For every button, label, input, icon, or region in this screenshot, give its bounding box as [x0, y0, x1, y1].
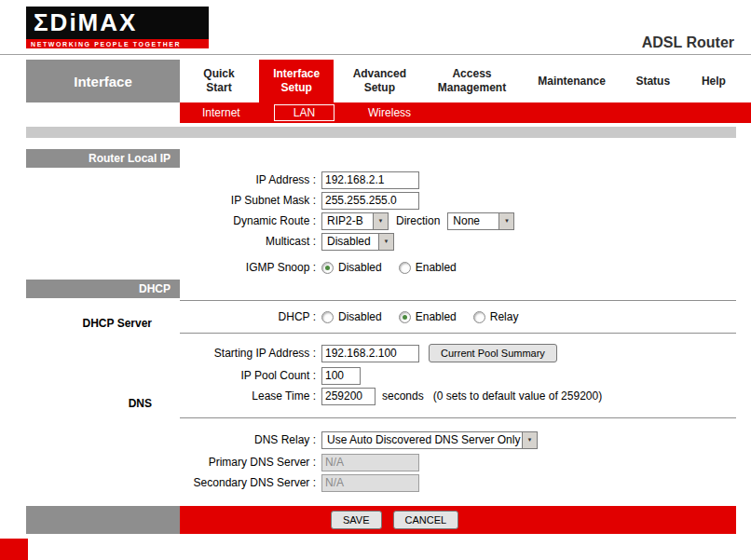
- subtab-wireless[interactable]: Wireless: [368, 106, 411, 119]
- ip-address-label: IP Address :: [180, 173, 321, 186]
- starting-ip-input[interactable]: [321, 345, 419, 362]
- router-local-ip-form: IP Address : IP Subnet Mask : Dynamic Ro…: [180, 138, 736, 280]
- edimax-logo-tagline: NETWORKING PEOPLE TOGETHER: [26, 39, 209, 48]
- dhcp-server-group-label: DHCP Server: [26, 317, 180, 330]
- secondary-dns-input: [321, 474, 419, 492]
- radio-unselected-icon: [473, 311, 485, 323]
- dhcp-form: DHCP : Disabled Enabled Relay Starting I…: [180, 280, 736, 493]
- starting-ip-label: Starting IP Address :: [180, 347, 321, 360]
- separator: [180, 333, 736, 334]
- dns-relay-selected-value: Use Auto Discovered DNS Server Only: [322, 433, 522, 446]
- ip-address-input[interactable]: [321, 171, 419, 189]
- dns-relay-select[interactable]: Use Auto Discovered DNS Server Only ▼: [321, 431, 538, 449]
- dhcp-left-column: DHCP DHCP Server DNS: [26, 280, 180, 493]
- edimax-logo: ΣDiMAX NETWORKING PEOPLE TOGETHER: [26, 7, 209, 48]
- dhcp-enabled-option-label: Enabled: [416, 310, 457, 323]
- chevron-down-icon: ▼: [373, 213, 388, 229]
- dhcp-disabled-radio[interactable]: Disabled: [321, 310, 382, 323]
- ip-subnet-mask-row: IP Subnet Mask :: [180, 190, 736, 211]
- ip-pool-count-input[interactable]: [321, 367, 361, 385]
- edimax-logo-text: ΣDiMAX: [26, 7, 209, 39]
- dhcp-mode-label: DHCP :: [180, 310, 321, 323]
- ip-subnet-mask-input[interactable]: [321, 192, 419, 210]
- router-admin-page: ΣDiMAX NETWORKING PEOPLE TOGETHER ADSL R…: [0, 0, 751, 560]
- radio-selected-icon: [321, 262, 334, 274]
- separator: [180, 417, 736, 418]
- tab-status[interactable]: Status: [625, 60, 681, 102]
- lease-time-row: Lease Time : seconds (0 sets to default …: [180, 386, 736, 406]
- bottom-accent-bar: [0, 539, 28, 560]
- tab-access-management[interactable]: Access Management: [425, 60, 518, 102]
- direction-selected-value: None: [448, 214, 498, 227]
- footer-bar: SAVE CANCEL: [26, 506, 736, 534]
- dhcp-disabled-option-label: Disabled: [338, 310, 382, 323]
- multicast-select[interactable]: Disabled ▼: [321, 233, 394, 251]
- tab-quick-start[interactable]: Quick Start: [189, 60, 249, 102]
- dhcp-relay-radio[interactable]: Relay: [473, 310, 519, 323]
- dns-group-label: DNS: [26, 397, 180, 410]
- dynamic-route-label: Dynamic Route :: [180, 214, 321, 227]
- igmp-snoop-label: IGMP Snoop :: [180, 261, 321, 274]
- ip-address-row: IP Address :: [180, 170, 736, 190]
- ip-pool-count-row: IP Pool Count :: [180, 365, 736, 386]
- ip-pool-count-label: IP Pool Count :: [180, 369, 321, 382]
- cancel-button[interactable]: CANCEL: [393, 511, 459, 529]
- dhcp-section: DHCP DHCP Server DNS DHCP : Disabled Ena…: [26, 280, 736, 493]
- tab-help[interactable]: Help: [691, 60, 736, 102]
- primary-dns-label: Primary DNS Server :: [180, 456, 321, 469]
- dynamic-route-selected-value: RIP2-B: [322, 214, 373, 227]
- main-nav: Interface Quick Start Interface Setup Ad…: [26, 60, 751, 102]
- dynamic-route-select[interactable]: RIP2-B ▼: [321, 212, 389, 230]
- lease-time-label: Lease Time :: [180, 389, 321, 403]
- dhcp-mode-row: DHCP : Disabled Enabled Relay: [180, 301, 736, 333]
- radio-unselected-icon: [399, 262, 411, 274]
- igmp-snoop-row: IGMP Snoop : Disabled Enabled: [180, 255, 736, 280]
- chevron-down-icon: ▼: [378, 234, 393, 250]
- footer-left-block: [26, 506, 180, 534]
- page-header: ΣDiMAX NETWORKING PEOPLE TOGETHER ADSL R…: [0, 0, 751, 55]
- radio-selected-icon: [399, 311, 411, 323]
- subtab-lan[interactable]: LAN: [274, 104, 335, 121]
- dhcp-heading: DHCP: [26, 280, 180, 298]
- multicast-label: Multicast :: [180, 235, 321, 248]
- secondary-dns-label: Secondary DNS Server :: [180, 476, 321, 489]
- igmp-snoop-disabled-radio[interactable]: Disabled: [321, 261, 382, 274]
- lease-time-input[interactable]: [321, 388, 376, 405]
- chevron-down-icon: ▼: [522, 432, 537, 448]
- primary-dns-row: Primary DNS Server :: [180, 452, 736, 472]
- dynamic-route-row: Dynamic Route : RIP2-B ▼ Direction None …: [180, 211, 736, 231]
- content-top-divider: [26, 127, 736, 138]
- dns-relay-row: DNS Relay : Use Auto Discovered DNS Serv…: [180, 428, 736, 452]
- tab-advanced-setup[interactable]: Advanced Setup: [344, 60, 415, 102]
- tab-maintenance[interactable]: Maintenance: [529, 60, 615, 102]
- section-title-interface: Interface: [26, 60, 180, 102]
- nav-tabs: Quick Start Interface Setup Advanced Set…: [180, 60, 751, 102]
- ip-subnet-mask-label: IP Subnet Mask :: [180, 194, 321, 207]
- igmp-snoop-enabled-option-label: Enabled: [416, 261, 457, 274]
- dhcp-enabled-radio[interactable]: Enabled: [399, 310, 457, 323]
- multicast-selected-value: Disabled: [322, 235, 378, 248]
- router-local-ip-left-column: Router Local IP: [26, 138, 180, 280]
- current-pool-summary-button[interactable]: Current Pool Summary: [429, 344, 557, 362]
- igmp-snoop-disabled-option-label: Disabled: [338, 261, 382, 274]
- tab-interface-setup[interactable]: Interface Setup: [259, 60, 334, 102]
- multicast-row: Multicast : Disabled ▼: [180, 231, 736, 252]
- lease-time-hint: seconds (0 sets to default value of 2592…: [382, 389, 602, 403]
- save-button[interactable]: SAVE: [331, 511, 382, 529]
- subtab-internet[interactable]: Internet: [202, 106, 240, 119]
- secondary-dns-row: Secondary DNS Server :: [180, 472, 736, 493]
- router-local-ip-heading: Router Local IP: [26, 149, 180, 168]
- dhcp-relay-option-label: Relay: [490, 310, 519, 323]
- chevron-down-icon: ▼: [498, 213, 513, 229]
- footer-actions: SAVE CANCEL: [180, 506, 736, 534]
- router-local-ip-section: Router Local IP IP Address : IP Subnet M…: [26, 138, 736, 280]
- radio-unselected-icon: [321, 311, 334, 323]
- direction-label: Direction: [396, 214, 440, 227]
- direction-select[interactable]: None ▼: [447, 212, 514, 230]
- igmp-snoop-enabled-radio[interactable]: Enabled: [399, 261, 457, 274]
- primary-dns-input: [321, 454, 419, 471]
- product-title: ADSL Router: [642, 34, 734, 51]
- dns-relay-label: DNS Relay :: [180, 433, 321, 446]
- starting-ip-row: Starting IP Address : Current Pool Summa…: [180, 341, 736, 365]
- sub-nav: Internet LAN Wireless: [180, 102, 751, 123]
